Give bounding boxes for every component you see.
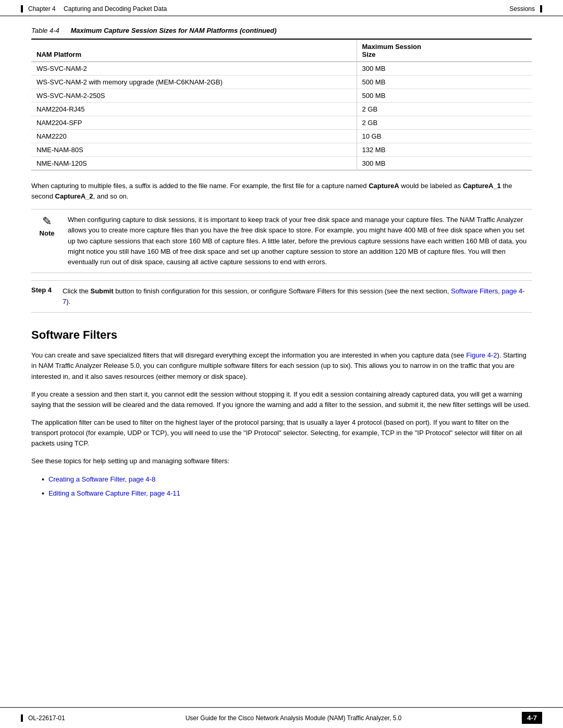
body-para4: See these topics for help setting up and…: [31, 456, 532, 466]
footer-bar-icon: [21, 714, 23, 722]
table-row: NAM222010 GB: [31, 130, 532, 143]
table-title: Maximum Capture Session Sizes for NAM Pl…: [70, 27, 276, 34]
cell-platform: NAM2204-SFP: [31, 116, 357, 130]
chapter-title: Capturing and Decoding Packet Data: [64, 5, 167, 13]
table-row: WS-SVC-NAM-2300 MB: [31, 62, 532, 76]
paragraph1: When capturing to multiple files, a suff…: [31, 181, 532, 202]
header-bar-icon: [21, 5, 23, 13]
submit-bold: Submit: [90, 287, 113, 295]
cell-platform: NAM2204-RJ45: [31, 103, 357, 116]
chapter-label: Chapter 4: [28, 5, 56, 13]
table-row: NAM2204-SFP2 GB: [31, 116, 532, 130]
cell-platform: NME-NAM-120S: [31, 157, 357, 170]
section-label: Sessions: [509, 5, 535, 13]
bold-capturea1: CaptureA_1: [463, 182, 501, 190]
note-icon-area: ✎ Note: [31, 215, 63, 267]
table-number: Table 4-4: [31, 27, 59, 34]
main-content: Table 4-4 Maximum Capture Session Sizes …: [0, 16, 563, 517]
cell-platform: WS-SVC-NAM-2 with memory upgrade (MEM-C6…: [31, 76, 357, 89]
bullet-link-1[interactable]: Editing a Software Capture Filter, page …: [48, 488, 180, 499]
bullet-link-0[interactable]: Creating a Software Filter, page 4-8: [48, 474, 155, 485]
step4-block: Step 4 Click the Submit button to finish…: [31, 280, 532, 313]
cell-size: 132 MB: [357, 143, 532, 157]
data-table: NAM Platform Maximum Session Size WS-SVC…: [31, 39, 532, 170]
header-right: Sessions: [509, 5, 542, 13]
body-para2: If you create a session and then start i…: [31, 389, 532, 410]
col-header-size: Maximum Session Size: [357, 39, 532, 62]
pencil-icon: ✎: [42, 215, 52, 228]
cell-platform: WS-SVC-NAM-2-250S: [31, 89, 357, 103]
body-para1: You can create and save specialized filt…: [31, 350, 532, 381]
note-block: ✎ Note When configuring capture to disk …: [31, 209, 532, 273]
cell-size: 300 MB: [357, 157, 532, 170]
cell-platform: WS-SVC-NAM-2: [31, 62, 357, 76]
bold-capturea2: CaptureA_2: [55, 192, 93, 200]
note-label: Note: [40, 229, 55, 237]
cell-size: 10 GB: [357, 130, 532, 143]
list-item: Editing a Software Capture Filter, page …: [42, 488, 532, 499]
cell-size: 500 MB: [357, 76, 532, 89]
table-row: NAM2204-RJ452 GB: [31, 103, 532, 116]
bullet-list: Creating a Software Filter, page 4-8Edit…: [42, 474, 532, 499]
table-row: NME-NAM-120S300 MB: [31, 157, 532, 170]
table-section: Table 4-4 Maximum Capture Session Sizes …: [31, 27, 532, 170]
footer-doc-id: OL-22617-01: [28, 714, 65, 722]
footer-center: User Guide for the Cisco Network Analysi…: [186, 714, 402, 722]
page-footer: OL-22617-01 User Guide for the Cisco Net…: [0, 707, 563, 728]
table-header-row: NAM Platform Maximum Session Size: [31, 39, 532, 62]
col-size-line1: Maximum Session: [362, 43, 421, 51]
figure-link[interactable]: Figure 4-2: [466, 351, 497, 359]
header-right-bar-icon: [540, 5, 542, 13]
step4-label: Step 4: [31, 286, 57, 307]
table-caption: Table 4-4 Maximum Capture Session Sizes …: [31, 27, 532, 34]
cell-size: 2 GB: [357, 116, 532, 130]
col-size-line2: Size: [362, 51, 376, 58]
cell-size: 2 GB: [357, 103, 532, 116]
page-header: Chapter 4 Capturing and Decoding Packet …: [0, 0, 563, 16]
footer-left: OL-22617-01: [21, 714, 65, 722]
list-item: Creating a Software Filter, page 4-8: [42, 474, 532, 485]
section-heading: Software Filters: [31, 328, 532, 342]
cell-size: 300 MB: [357, 62, 532, 76]
col-header-platform: NAM Platform: [31, 39, 357, 62]
note-text: When configuring capture to disk session…: [68, 215, 532, 267]
cell-platform: NME-NAM-80S: [31, 143, 357, 157]
page-number: 4-7: [522, 712, 542, 724]
cell-platform: NAM2220: [31, 130, 357, 143]
table-row: WS-SVC-NAM-2-250S500 MB: [31, 89, 532, 103]
software-filters-link[interactable]: Software Filters, page 4-7: [63, 287, 525, 305]
bold-capturea: CaptureA: [369, 182, 399, 190]
body-para3: The application filter can be used to fi…: [31, 417, 532, 449]
table-row: WS-SVC-NAM-2 with memory upgrade (MEM-C6…: [31, 76, 532, 89]
table-row: NME-NAM-80S132 MB: [31, 143, 532, 157]
step4-text: Click the Submit button to finish config…: [63, 286, 532, 307]
header-left: Chapter 4 Capturing and Decoding Packet …: [21, 5, 167, 13]
cell-size: 500 MB: [357, 89, 532, 103]
